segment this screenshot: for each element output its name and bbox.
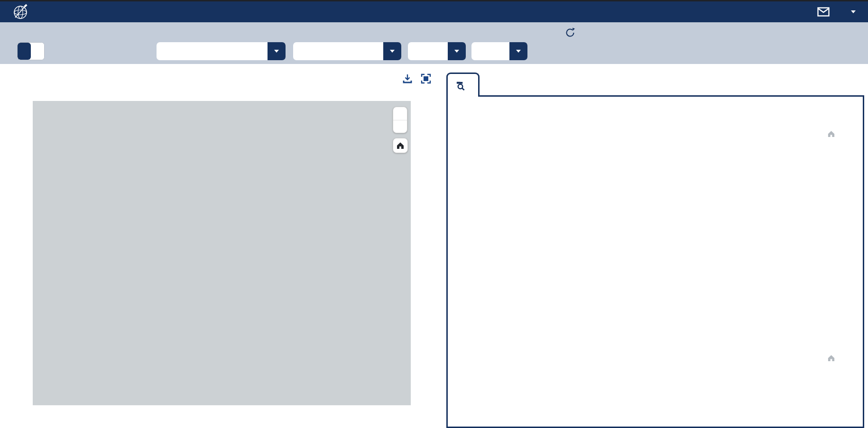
explore-panel [446, 95, 864, 428]
legend-swatch [723, 303, 736, 305]
legend-item-residential-and-commercial[interactable] [519, 303, 629, 305]
legend-item-shipping[interactable] [629, 303, 723, 305]
legend-swatch [723, 300, 736, 301]
home-icon [396, 141, 405, 150]
app-root [0, 0, 868, 428]
chevron-down-icon [390, 50, 395, 53]
date-caret-button [509, 42, 527, 60]
home-icon [827, 354, 835, 362]
chevron-down-icon [516, 50, 521, 53]
refresh-icon [564, 27, 576, 38]
legend-item-electricity-generation[interactable] [519, 300, 629, 301]
spatial-resolution-select[interactable] [157, 42, 286, 60]
legend-item-industrial-processes[interactable] [629, 300, 723, 301]
nav-links [763, 1, 856, 22]
zoom-out-button[interactable] [393, 120, 407, 133]
map-zoom-controls [393, 107, 407, 133]
mail-icon [817, 7, 830, 17]
line-chart[interactable] [462, 137, 851, 290]
map-color-scale [47, 108, 309, 122]
map-canvas [33, 101, 411, 405]
language-dropdown[interactable] [848, 10, 856, 13]
bar-chart[interactable] [462, 374, 851, 428]
chevron-down-icon [851, 10, 856, 13]
sectors-select[interactable] [293, 42, 401, 60]
line-chart-legend [519, 300, 799, 305]
download-icon [402, 73, 413, 84]
chevron-down-icon [274, 50, 279, 53]
fullscreen-icon [421, 73, 431, 84]
legend-item-road-transport[interactable] [723, 300, 799, 301]
chevron-down-icon [454, 50, 459, 53]
legend-swatch [629, 303, 642, 305]
sectors-caret-button [383, 42, 401, 60]
date-select[interactable] [471, 42, 527, 60]
legend-swatch [519, 303, 532, 305]
filter-bar [0, 22, 868, 64]
legend-swatch [629, 300, 642, 301]
mail-button[interactable] [817, 7, 830, 17]
brand-logo-icon [12, 3, 29, 20]
brand[interactable] [12, 3, 38, 20]
map-fullscreen-button[interactable] [421, 73, 431, 86]
bar-chart-reset-button[interactable] [827, 354, 835, 364]
legend-item-sum[interactable] [723, 303, 799, 305]
map-home-button[interactable] [393, 138, 408, 153]
year-caret-button [448, 42, 466, 60]
legend-swatch [519, 300, 532, 301]
explore-icon [456, 81, 466, 91]
color-scale-ticks [47, 116, 309, 122]
year-select[interactable] [408, 42, 466, 60]
home-icon [827, 130, 835, 138]
refresh-button[interactable] [564, 27, 576, 40]
color-scale-bar [47, 108, 309, 116]
emissions-map[interactable] [33, 101, 411, 405]
gas-option-ch4[interactable] [31, 43, 44, 60]
map-download-button[interactable] [402, 73, 413, 86]
navbar [0, 1, 868, 22]
gas-option-co2[interactable] [18, 43, 31, 60]
gas-toggle-group [17, 42, 45, 60]
spatial-caret-button [268, 42, 286, 60]
tab-explore[interactable] [446, 73, 480, 97]
zoom-in-button[interactable] [393, 107, 407, 120]
